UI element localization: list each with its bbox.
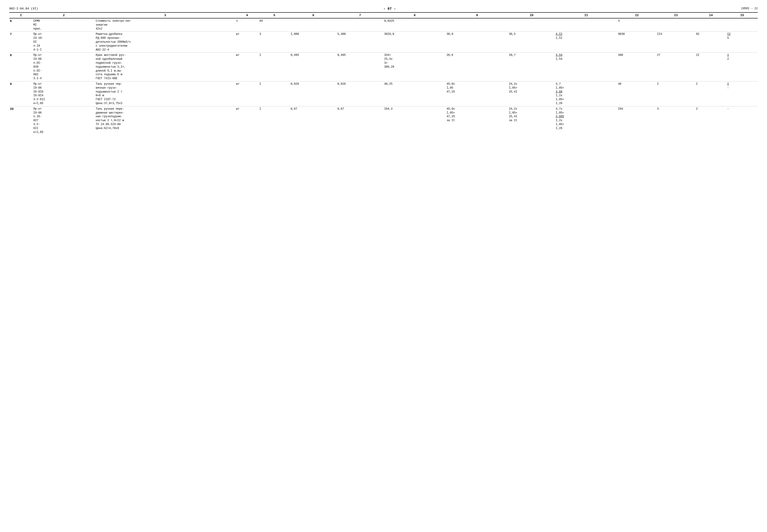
row-7-col7: 5,400 xyxy=(337,32,383,53)
row-7-col12: 9030 xyxy=(617,32,656,53)
row-8-col11: 3,54 I,54 xyxy=(555,53,617,81)
row-6-col15 xyxy=(727,18,758,32)
row-6-col3: Стоимость электро-квт энергии 42х2 xyxy=(95,18,236,32)
row-7-col8: 30I0,0 xyxy=(384,32,446,53)
table-row: IOПр-нт I9-06 п.I6- 027 3-У- 6II к=I,05Т… xyxy=(9,106,758,135)
row-6-col10 xyxy=(508,18,555,32)
col-header-3: 3 xyxy=(95,12,236,18)
row-IO-col2: Пр-нт I9-06 п.I6- 027 3-У- 6II к=I,05 xyxy=(33,106,95,135)
col-header-4: 4 xyxy=(236,12,259,18)
row-8-col2: Пр-нт I9-06 п.ОI- 039 п.ОI- 082 3-I-4 xyxy=(33,53,95,81)
column-headers: I 2 3 4 5 6 7 8 9 IO II I2 I3 I4 I5 xyxy=(9,12,758,18)
row-9-col2: Пр-нт I9-06 I6-0I0 I6-0I4 3-У-6II к=I,05 xyxy=(33,81,95,106)
row-IO-col14: 2 xyxy=(695,106,727,135)
row-7-col9: 38,0 xyxy=(446,32,508,53)
page-number: - 87 - xyxy=(383,7,396,11)
row-9-col9: 45,0х I,05 47,25 xyxy=(446,81,508,106)
main-table: I 2 3 4 5 6 7 8 9 IO II I2 I3 I4 I5 6СРМ… xyxy=(9,12,758,135)
row-8-col8: 334+ I5,4х 3= 380,20 xyxy=(384,53,446,81)
table-row: 7Пр-нт 24-10- ОI п.I9 4-1-IРешетка-дроби… xyxy=(9,32,758,53)
row-IO-col9: 45,0х I,05= 47,25 за It xyxy=(446,106,508,135)
page-header: 902-I-84.84 (XI) - 87 - 19581 - 11 xyxy=(9,7,758,11)
row-IO-col4: шт xyxy=(236,106,259,135)
row-9-col1: 9 xyxy=(9,81,33,106)
row-8-col6: 0,495 xyxy=(290,53,337,81)
row-6-col1: 6 xyxy=(9,18,33,32)
col-header-2: 2 xyxy=(33,12,95,18)
row-8-col3: Кран мостовой руч- ной однобалочный подв… xyxy=(95,53,236,81)
doc-number: 902-I-84.84 (XI) xyxy=(9,7,38,10)
row-8-col13: 27 xyxy=(656,53,695,81)
col-header-9: 9 xyxy=(446,12,508,18)
row-6-col4: ч xyxy=(236,18,259,32)
row-7-col1: 7 xyxy=(9,32,33,53)
col-header-12: I2 xyxy=(617,12,656,18)
row-9-col15: I - xyxy=(727,81,758,106)
row-6-col9 xyxy=(446,18,508,32)
row-9-col11: 3,7 I,05= 3,88 I,2х I,05= I,26 xyxy=(555,81,617,106)
row-7-col2: Пр-нт 24-10- ОI п.I9 4-1-I xyxy=(33,32,95,53)
row-6-col5: 84 xyxy=(259,18,290,32)
table-row: 8Пр-нт I9-06 п.ОI- 039 п.ОI- 082 3-I-4Кр… xyxy=(9,53,758,81)
col-header-5: 5 xyxy=(259,12,290,18)
table-row: 9Пр-нт I9-06 I6-0I0 I6-0I4 3-У-6II к=I,0… xyxy=(9,81,758,106)
row-7-col10: 30,5 xyxy=(508,32,555,53)
col-header-1: I xyxy=(9,12,33,18)
row-9-col12: 48 xyxy=(617,81,656,106)
col-header-7: 7 xyxy=(337,12,383,18)
row-IO-col3: Таль ручная пере- движная шестерен- ная … xyxy=(95,106,236,135)
row-8-col12: 380 xyxy=(617,53,656,81)
row-IO-col15: - xyxy=(727,106,758,135)
row-9-col4: шт xyxy=(236,81,259,106)
row-9-col8: 48,25 xyxy=(384,81,446,106)
row-9-col3: Таль ручная чер- вячная грузо- подъемнос… xyxy=(95,81,236,106)
col-header-11: II xyxy=(555,12,617,18)
col-header-14: I4 xyxy=(695,12,727,18)
row-IO-col1: IO xyxy=(9,106,33,135)
table-row: 6СРМО МI прил.Стоимость электро-квт энер… xyxy=(9,18,758,32)
row-7-col5: 3 xyxy=(259,32,290,53)
row-IO-col12: I04 xyxy=(617,106,656,135)
row-IO-col6: 0,07 xyxy=(290,106,337,135)
row-8-col4: шт xyxy=(236,53,259,81)
row-8-col10: 20,7 xyxy=(508,53,555,81)
col-header-10: IO xyxy=(508,12,555,18)
col-header-15: I5 xyxy=(727,12,758,18)
row-7-col11: 4.I2 I,5I xyxy=(555,32,617,53)
row-9-col10: 24,2х I,05= 25,4I xyxy=(508,81,555,106)
row-IO-col7: 0,07 xyxy=(337,106,383,135)
row-7-col13: II4 xyxy=(656,32,695,53)
row-6-col7 xyxy=(337,18,383,32)
col-header-13: I3 xyxy=(656,12,695,18)
row-8-col5: I xyxy=(259,53,290,81)
row-IO-col11: 3,7х I,05= 3,885 I,2х I,05= I,26 xyxy=(555,106,617,135)
row-8-col1: 8 xyxy=(9,53,33,81)
row-6-col2: СРМО МI прил. xyxy=(33,18,95,32)
row-6-col8: 0,0325 xyxy=(384,18,446,32)
row-6-col13 xyxy=(656,18,695,32)
row-8-col7: 0,495 xyxy=(337,53,383,81)
col-header-8: 8 xyxy=(384,12,446,18)
row-6-col14 xyxy=(695,18,727,32)
row-6-col6 xyxy=(290,18,337,32)
row-IO-col10: 24,2х I,05= 25,4I за It xyxy=(508,106,555,135)
row-9-col5: I xyxy=(259,81,290,106)
doc-ref: 19581 - 11 xyxy=(741,7,758,10)
col-header-6: 6 xyxy=(290,12,337,18)
row-7-col3: Решетка-дробилка РД-600 произво- дительн… xyxy=(95,32,236,53)
row-8-col14: 2I xyxy=(695,53,727,81)
row-8-col9: 26,6 xyxy=(446,53,508,81)
row-9-col13: I xyxy=(656,81,695,106)
row-7-col4: шт xyxy=(236,32,259,53)
row-IO-col8: I04,3 xyxy=(384,106,446,135)
row-IO-col13: 3 xyxy=(656,106,695,135)
row-7-col15: I2 5 xyxy=(727,32,758,53)
row-6-col12: 3 xyxy=(617,18,656,32)
row-IO-col5: I xyxy=(259,106,290,135)
row-8-col15: 1 2 xyxy=(727,53,758,81)
row-7-col6: I,800 xyxy=(290,32,337,53)
row-6-col11 xyxy=(555,18,617,32)
row-9-col14: I xyxy=(695,81,727,106)
row-7-col14: 92 xyxy=(695,32,727,53)
row-9-col6: 0,026 xyxy=(290,81,337,106)
